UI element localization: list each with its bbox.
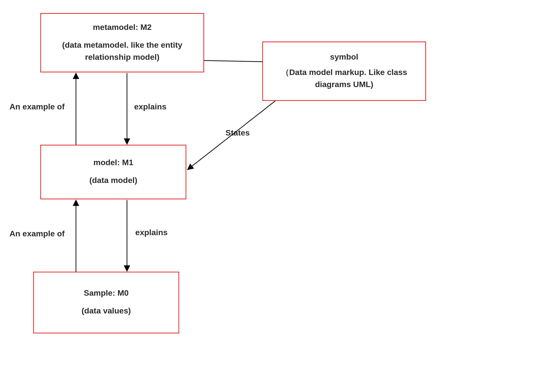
box-m1-subtitle: (data model): [89, 174, 137, 186]
edge-m2-symbol: [204, 60, 262, 62]
box-m0-subtitle: (data values): [82, 305, 131, 317]
label-states: States: [225, 128, 250, 137]
diagram-canvas: metamodel: M2 (data metamodel. like the …: [0, 0, 544, 392]
label-example-m0-m1: An example of: [10, 229, 65, 238]
box-m1-title: model: M1: [93, 158, 133, 167]
box-metamodel-m2: metamodel: M2 (data metamodel. like the …: [40, 13, 204, 72]
label-explains-m2-m1: explains: [134, 102, 166, 111]
label-example-m1-m2: An example of: [10, 102, 65, 111]
box-m0-title: Sample: M0: [84, 288, 129, 298]
label-explains-m1-m0: explains: [135, 228, 168, 237]
box-sample-m0: Sample: M0 (data values): [33, 272, 179, 333]
box-m2-subtitle: (data metamodel. like the entity relatio…: [48, 39, 196, 63]
box-symbol: symbol （Data model markup. Like class di…: [262, 41, 426, 101]
box-symbol-subtitle: （Data model markup. Like class diagrams …: [270, 66, 418, 90]
box-model-m1: model: M1 (data model): [40, 145, 186, 199]
box-m2-title: metamodel: M2: [93, 23, 152, 32]
box-symbol-title: symbol: [330, 52, 358, 61]
